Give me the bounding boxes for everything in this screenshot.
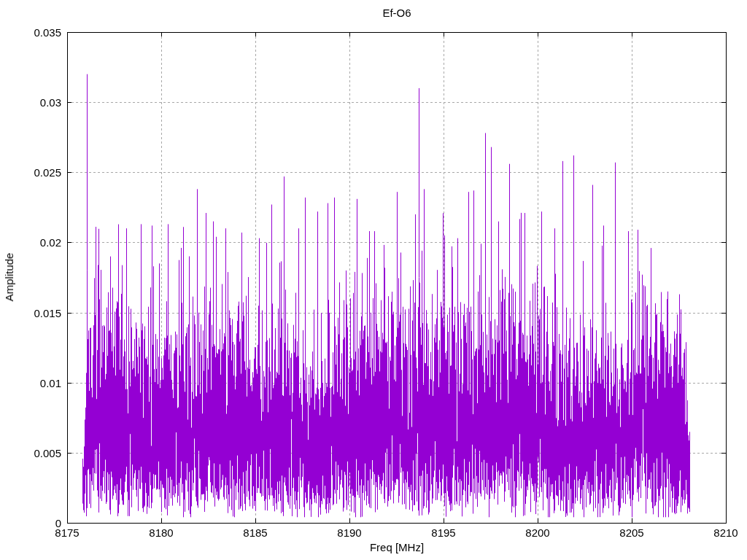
x-tick-label-8195: 8195 — [414, 526, 473, 539]
y-tick-label-0: 0 — [0, 517, 61, 529]
x-tick-label-8205: 8205 — [603, 526, 661, 539]
x-tick-label-8185: 8185 — [226, 526, 285, 539]
y-tick-label-0.035: 0.035 — [0, 26, 61, 39]
y-tick-label-0.03: 0.03 — [0, 96, 61, 109]
y-tick-label-0.015: 0.015 — [0, 307, 61, 319]
x-tick-label-8200: 8200 — [508, 526, 567, 539]
y-axis-label: Amplitude — [3, 253, 16, 302]
x-tick-label-8190: 8190 — [320, 526, 379, 539]
y-tick-label-0.005: 0.005 — [0, 447, 61, 459]
y-tick-label-0.01: 0.01 — [0, 377, 61, 389]
y-tick-label-0.025: 0.025 — [0, 166, 61, 179]
x-axis-label: Freq [MHz] — [0, 541, 747, 554]
y-tick-label-0.02: 0.02 — [0, 236, 61, 249]
spectrum-chart-window: Ef-O6 Amplitude Freq [MHz] 8175818081858… — [0, 0, 747, 560]
chart-title: Ef-O6 — [0, 7, 747, 20]
x-tick-label-8180: 8180 — [132, 526, 190, 539]
spectrum-plot-canvas — [0, 0, 747, 560]
x-tick-label-8210: 8210 — [697, 526, 747, 539]
